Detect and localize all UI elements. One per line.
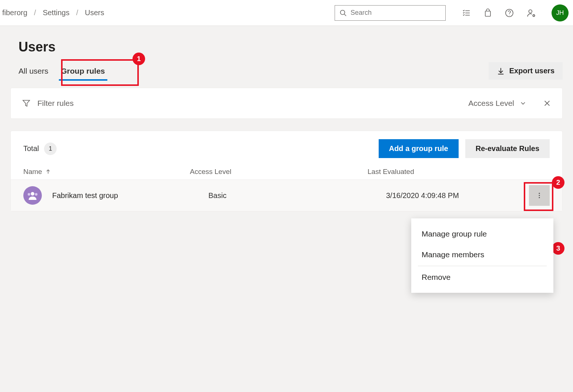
- filter-placeholder: Filter rules: [37, 99, 74, 108]
- shopping-bag-icon[interactable]: [483, 9, 492, 17]
- breadcrumb-separator: /: [34, 9, 36, 17]
- column-last-evaluated[interactable]: Last Evaluated: [368, 168, 550, 176]
- export-users-button[interactable]: Export users: [489, 62, 563, 80]
- reevaluate-rules-button[interactable]: Re-evaluate Rules: [465, 139, 550, 158]
- breadcrumb-settings[interactable]: Settings: [43, 9, 69, 17]
- avatar[interactable]: JH: [552, 4, 569, 21]
- export-users-label: Export users: [509, 67, 554, 75]
- annotation-badge-3: 3: [552, 242, 564, 255]
- breadcrumb-separator: /: [76, 9, 78, 17]
- tab-group-rules[interactable]: Group rules: [59, 63, 107, 79]
- breadcrumb-users[interactable]: Users: [85, 9, 104, 17]
- access-level-dropdown[interactable]: Access Level: [468, 99, 527, 108]
- group-avatar-icon: [23, 186, 42, 205]
- svg-point-20: [539, 195, 540, 196]
- svg-rect-5: [485, 11, 490, 16]
- column-access-level[interactable]: Access Level: [190, 168, 368, 176]
- column-name-label: Name: [23, 168, 42, 176]
- total-badge: 1: [44, 143, 57, 155]
- svg-point-18: [35, 193, 37, 196]
- help-icon[interactable]: [505, 9, 514, 17]
- list-icon[interactable]: [462, 9, 471, 17]
- row-last-evaluated: 3/16/2020 4:09:48 PM: [386, 191, 529, 200]
- tabs-row: All users Group rules Export users 1: [19, 62, 563, 80]
- filter-bar: Filter rules Access Level: [10, 88, 563, 119]
- chevron-down-icon: [519, 100, 527, 107]
- table-header: Name Access Level Last Evaluated: [11, 165, 562, 180]
- row-group-name: Fabrikam test group: [52, 191, 208, 200]
- more-actions-button[interactable]: [529, 185, 550, 206]
- svg-point-21: [539, 197, 540, 198]
- menu-remove[interactable]: Remove: [411, 267, 553, 288]
- user-settings-icon[interactable]: [526, 8, 536, 18]
- sort-asc-icon: [45, 169, 51, 175]
- table-row[interactable]: Fabrikam test group Basic 3/16/2020 4:09…: [11, 180, 562, 211]
- svg-point-9: [533, 14, 535, 16]
- breadcrumb-org[interactable]: fiberorg: [2, 9, 27, 17]
- more-vertical-icon: [536, 192, 543, 199]
- total-label: Total: [23, 144, 39, 153]
- page-title: Users: [19, 39, 563, 55]
- access-level-label: Access Level: [468, 99, 514, 108]
- menu-separator: [418, 266, 547, 266]
- svg-point-8: [529, 10, 532, 13]
- add-group-rule-button[interactable]: Add a group rule: [379, 139, 459, 158]
- svg-point-17: [28, 193, 30, 196]
- download-icon: [497, 67, 505, 75]
- svg-point-7: [509, 14, 510, 15]
- filter-icon: [22, 99, 31, 108]
- svg-point-6: [506, 9, 513, 17]
- breadcrumb: fiberorg / Settings / Users: [0, 9, 104, 17]
- search-box[interactable]: [335, 5, 446, 21]
- svg-marker-12: [23, 100, 30, 106]
- menu-manage-members[interactable]: Manage members: [411, 244, 553, 265]
- card-header: Total 1 Add a group rule Re-evaluate Rul…: [11, 131, 562, 165]
- tab-all-users[interactable]: All users: [19, 63, 48, 79]
- group-rules-card: Total 1 Add a group rule Re-evaluate Rul…: [10, 131, 563, 211]
- total-count: Total 1: [23, 143, 57, 155]
- context-menu: Manage group rule Manage members Remove: [411, 218, 553, 293]
- search-input[interactable]: [351, 9, 441, 17]
- svg-point-19: [539, 193, 540, 194]
- search-icon: [339, 9, 347, 17]
- svg-point-0: [341, 10, 345, 14]
- row-access-level: Basic: [208, 191, 386, 200]
- main-area: Users All users Group rules Export users…: [0, 26, 573, 392]
- svg-point-16: [31, 192, 34, 196]
- close-icon[interactable]: [543, 99, 551, 107]
- top-bar: fiberorg / Settings / Users JH: [0, 0, 573, 26]
- column-name[interactable]: Name: [23, 168, 190, 176]
- menu-manage-group-rule[interactable]: Manage group rule: [411, 224, 553, 244]
- top-icons: [462, 8, 536, 18]
- filter-rules-input[interactable]: Filter rules: [22, 99, 74, 108]
- svg-line-1: [344, 14, 346, 16]
